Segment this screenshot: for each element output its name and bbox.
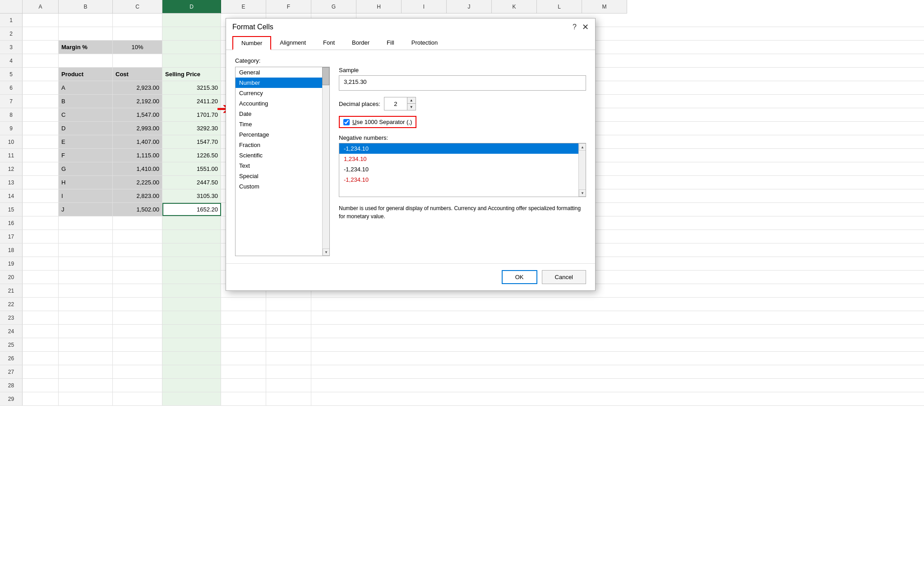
list-item[interactable]: 1,234.10 — [339, 154, 586, 164]
ss-cell[interactable] — [23, 135, 59, 148]
ss-cell[interactable]: 1,547.00 — [113, 108, 162, 121]
negative-scrollbar[interactable]: ▲ ▼ — [578, 143, 586, 197]
ss-cell[interactable] — [23, 149, 59, 162]
ss-cell[interactable] — [113, 54, 162, 67]
ss-cell[interactable]: C — [59, 108, 113, 121]
ss-cell[interactable]: A — [59, 81, 113, 94]
ss-cell[interactable] — [162, 14, 221, 27]
tab-alignment[interactable]: Alignment — [271, 36, 314, 50]
ss-cell[interactable]: 1551.00 — [162, 162, 221, 175]
ss-cell[interactable]: D — [59, 122, 113, 135]
list-item[interactable]: Accounting — [236, 98, 329, 109]
list-item[interactable]: Special — [236, 171, 329, 181]
list-item[interactable]: Fraction — [236, 140, 329, 150]
ss-cell[interactable]: 2,225.00 — [113, 176, 162, 189]
list-item[interactable]: -1,234.10 — [339, 164, 586, 174]
tab-protection[interactable]: Protection — [403, 36, 447, 50]
ss-cell[interactable]: 2,923.00 — [113, 81, 162, 94]
list-item[interactable]: Percentage — [236, 129, 329, 140]
ss-cell[interactable]: 3215.30 — [162, 81, 221, 94]
ss-cell[interactable]: F — [59, 149, 113, 162]
close-button[interactable]: ✕ — [582, 22, 589, 32]
ss-cell[interactable] — [113, 14, 162, 27]
ss-cell-cost-header[interactable]: Cost — [113, 68, 162, 81]
ss-cell[interactable]: J — [59, 203, 113, 216]
ss-cell[interactable] — [23, 162, 59, 175]
list-item[interactable]: -1,234.10 — [339, 143, 586, 154]
scroll-thumb[interactable] — [322, 67, 329, 85]
tab-number[interactable]: Number — [232, 36, 271, 50]
ss-cell[interactable]: 3105.30 — [162, 189, 221, 202]
ss-cell[interactable] — [59, 14, 113, 27]
ss-cell[interactable] — [23, 203, 59, 216]
ss-cell[interactable] — [23, 176, 59, 189]
ss-cell[interactable] — [23, 41, 59, 54]
ss-cell[interactable]: 1,115.00 — [113, 149, 162, 162]
list-item-number[interactable]: Number — [236, 78, 329, 88]
ss-cell[interactable]: 1701.70 — [162, 108, 221, 121]
tab-border[interactable]: Border — [343, 36, 378, 50]
ss-cell[interactable] — [23, 108, 59, 121]
ss-cell[interactable]: 1,410.00 — [113, 162, 162, 175]
ss-cell[interactable] — [162, 54, 221, 67]
ss-cell[interactable]: 2,823.00 — [113, 189, 162, 202]
ss-cell[interactable]: G — [59, 162, 113, 175]
scroll-down-button[interactable]: ▼ — [323, 248, 330, 256]
ss-cell[interactable]: 1,407.00 — [113, 135, 162, 148]
ss-cell[interactable] — [23, 54, 59, 67]
ss-cell[interactable]: E — [59, 135, 113, 148]
ss-cell[interactable] — [23, 122, 59, 135]
neg-scroll-down-button[interactable]: ▼ — [579, 189, 586, 197]
ss-cell[interactable] — [113, 27, 162, 40]
ss-cell[interactable] — [23, 189, 59, 202]
list-item[interactable]: Custom — [236, 181, 329, 192]
list-item[interactable]: Date — [236, 109, 329, 119]
ss-cell[interactable]: 1547.70 — [162, 135, 221, 148]
list-item[interactable]: General — [236, 67, 329, 78]
ss-cell-product-header[interactable]: Product — [59, 68, 113, 81]
ss-cell[interactable] — [162, 27, 221, 40]
ss-cell[interactable] — [23, 95, 59, 108]
ss-cell[interactable]: I — [59, 189, 113, 202]
list-item[interactable]: Time — [236, 119, 329, 129]
ss-cell[interactable] — [23, 81, 59, 94]
separator-checkbox[interactable] — [343, 119, 350, 125]
col-header-l: L — [537, 0, 582, 14]
decimal-increment-button[interactable]: ▲ — [407, 97, 416, 104]
ss-cell[interactable] — [59, 54, 113, 67]
ss-cell[interactable]: B — [59, 95, 113, 108]
ss-cell[interactable]: 3292.30 — [162, 122, 221, 135]
ss-cell-margin-value[interactable]: 10% — [113, 41, 162, 54]
ss-cell[interactable]: 2,192.00 — [113, 95, 162, 108]
neg-scroll-up-button[interactable]: ▲ — [579, 143, 586, 151]
ss-cell[interactable]: 2447.50 — [162, 176, 221, 189]
list-item[interactable]: Scientific — [236, 150, 329, 161]
list-item[interactable]: Text — [236, 161, 329, 171]
list-item[interactable]: -1,234.10 — [339, 174, 586, 185]
negative-list[interactable]: -1,234.10 1,234.10 -1,234.10 -1,234.10 — [339, 143, 586, 197]
ss-cell[interactable]: 2,993.00 — [113, 122, 162, 135]
ss-cell-margin-label[interactable]: Margin % — [59, 41, 113, 54]
ss-cell[interactable]: 2411.20 — [162, 95, 221, 108]
help-button[interactable]: ? — [573, 23, 577, 31]
category-scrollbar[interactable]: ▲ ▼ — [322, 67, 329, 256]
tab-fill[interactable]: Fill — [378, 36, 403, 50]
separator-label[interactable]: Use 1000 Separator (,) — [352, 119, 412, 125]
ok-button[interactable]: OK — [502, 270, 537, 284]
list-item[interactable]: Currency — [236, 88, 329, 98]
ss-cell[interactable]: H — [59, 176, 113, 189]
ss-cell[interactable]: 1226.50 — [162, 149, 221, 162]
ss-cell[interactable] — [23, 68, 59, 81]
ss-cell[interactable] — [23, 14, 59, 27]
ss-cell-price-header[interactable]: Selling Price — [162, 68, 221, 81]
ss-cell[interactable]: 1,502.00 — [113, 203, 162, 216]
decimal-places-input[interactable] — [384, 97, 407, 110]
cancel-button[interactable]: Cancel — [542, 270, 586, 284]
ss-cell[interactable] — [59, 27, 113, 40]
ss-cell[interactable] — [162, 41, 221, 54]
decimal-decrement-button[interactable]: ▼ — [407, 104, 416, 110]
category-list[interactable]: General Number Currency Accounting Date … — [236, 67, 329, 256]
tab-font[interactable]: Font — [314, 36, 343, 50]
ss-cell-selected[interactable]: 1652.20 — [162, 203, 221, 216]
ss-cell[interactable] — [23, 27, 59, 40]
